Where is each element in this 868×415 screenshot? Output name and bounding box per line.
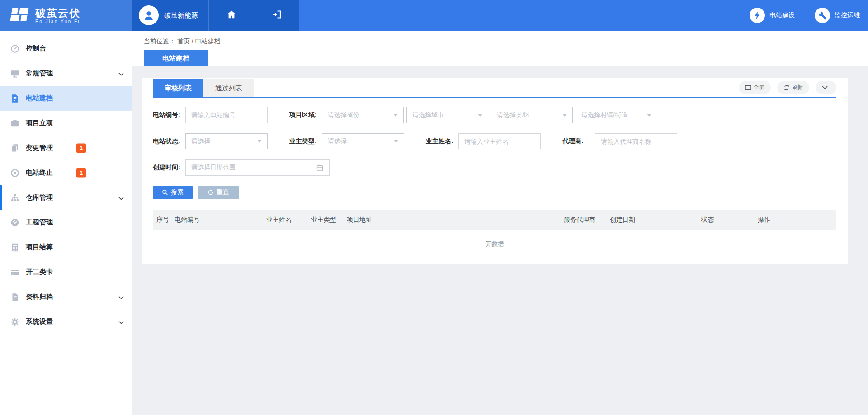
nav-station-build-label: 电站建设 <box>769 11 795 19</box>
caret-down-icon <box>257 140 262 143</box>
panel-tabs-row: 审核列表 通过列表 全屏 刷新 <box>153 80 836 98</box>
col-project-address: 项目地址 <box>347 216 564 224</box>
township-select[interactable]: 请选择村镇/街道 <box>576 107 657 123</box>
caret-down-icon <box>647 114 651 117</box>
agent-input[interactable] <box>595 133 677 149</box>
col-create-date: 创建日期 <box>610 216 701 224</box>
search-label: 搜索 <box>171 188 184 196</box>
col-owner-type: 业主类型 <box>311 216 347 224</box>
nav-station-build[interactable]: 电站建设 <box>750 8 795 23</box>
wrench-icon <box>815 8 830 23</box>
city-select[interactable]: 请选择城市 <box>406 107 488 123</box>
sitemap-icon <box>9 192 20 203</box>
fullscreen-button[interactable]: 全屏 <box>739 81 771 94</box>
sidebar-item-label: 开二类卡 <box>26 268 53 276</box>
station-no-input[interactable] <box>185 107 268 123</box>
chevron-down-icon <box>822 85 828 89</box>
logout-button[interactable] <box>254 0 299 31</box>
reset-button[interactable]: 重置 <box>198 186 239 199</box>
sidebar-item-project-settlement[interactable]: 项目结算 <box>0 235 132 260</box>
content-panel: 审核列表 通过列表 全屏 刷新 <box>142 78 848 264</box>
speedometer-icon <box>9 217 20 228</box>
station-status-select[interactable]: 请选择 <box>185 133 268 149</box>
sidebar-item-label: 仓库管理 <box>26 193 53 202</box>
sidebar: 控制台 常规管理 电站建档 项目立项 <box>0 31 132 415</box>
col-owner-name: 业主姓名 <box>266 216 311 224</box>
bank-card-icon <box>9 267 20 278</box>
brand-subtitle: Po Jian Yun Fu <box>35 19 82 24</box>
active-indicator-bar <box>0 185 2 210</box>
breadcrumb-prefix: 当前位置： <box>144 37 175 45</box>
chevron-down-icon <box>118 318 124 326</box>
province-select[interactable]: 请选择省份 <box>322 107 404 123</box>
notification-badge: 1 <box>76 168 86 177</box>
main-content: 当前位置： 首页 / 电站建档 电站建档 审核列表 通过列表 全屏 <box>132 31 868 415</box>
caret-down-icon <box>394 140 398 143</box>
tab-review-list[interactable]: 审核列表 <box>153 79 203 97</box>
date-range-input[interactable]: 请选择日期范围 <box>185 159 330 176</box>
refresh-button[interactable]: 刷新 <box>777 81 809 94</box>
brand-logo-icon <box>8 6 30 24</box>
page-tab-station-filing[interactable]: 电站建档 <box>144 50 208 66</box>
sidebar-item-label: 项目立项 <box>26 119 53 127</box>
sidebar-item-engineering-mgmt[interactable]: 工程管理 <box>0 210 132 235</box>
sidebar-item-change-mgmt[interactable]: 变更管理 1 <box>0 135 132 160</box>
sidebar-item-project-initiation[interactable]: 项目立项 <box>0 111 132 135</box>
breadcrumb: 当前位置： 首页 / 电站建档 <box>144 37 221 46</box>
chevron-down-icon <box>118 293 124 301</box>
col-service-agent: 服务代理商 <box>564 216 610 224</box>
breadcrumb-strip: 当前位置： 首页 / 电站建档 电站建档 <box>132 31 868 66</box>
reset-icon <box>208 189 214 196</box>
sidebar-item-general-mgmt[interactable]: 常规管理 <box>0 61 132 86</box>
sidebar-item-open-type2-card[interactable]: 开二类卡 <box>0 260 132 284</box>
sidebar-item-warehouse-mgmt[interactable]: 仓库管理 <box>0 185 132 210</box>
sidebar-item-label: 电站终止 <box>26 168 53 177</box>
user-menu[interactable]: 破茧新能源 <box>132 0 208 31</box>
filter-actions: 搜索 重置 <box>153 186 836 199</box>
user-name: 破茧新能源 <box>164 11 198 20</box>
sidebar-item-console[interactable]: 控制台 <box>0 36 132 61</box>
app-header: 破茧云伏 Po Jian Yun Fu 破茧新能源 电站建设 <box>0 0 868 31</box>
owner-type-label: 业主类型: <box>289 137 322 145</box>
nav-monitor-ops-label: 监控运维 <box>835 11 860 19</box>
sidebar-item-label: 控制台 <box>26 44 46 53</box>
sidebar-item-station-termination[interactable]: 电站终止 1 <box>0 160 132 185</box>
sidebar-item-label: 工程管理 <box>26 218 53 227</box>
brand-logo: 破茧云伏 Po Jian Yun Fu <box>0 0 132 31</box>
caret-down-icon <box>478 114 482 117</box>
sidebar-item-station-filing[interactable]: 电站建档 <box>0 86 132 111</box>
bolt-icon <box>750 8 765 23</box>
owner-type-select[interactable]: 请选择 <box>322 133 404 149</box>
table-header: 序号 电站编号 业主姓名 业主类型 项目地址 服务代理商 创建日期 状态 操作 <box>153 210 836 230</box>
dashboard-gauge-icon <box>9 43 20 54</box>
home-icon <box>226 9 237 22</box>
sidebar-item-archives[interactable]: 资料归档 <box>0 284 132 309</box>
fullscreen-label: 全屏 <box>754 84 764 91</box>
tab-passed-list[interactable]: 通过列表 <box>203 79 254 97</box>
nav-monitor-ops[interactable]: 监控运维 <box>815 8 860 23</box>
filter-row-1: 电站编号: 项目区域: 请选择省份 请选择城市 <box>153 107 836 123</box>
breadcrumb-path[interactable]: 首页 / 电站建档 <box>177 37 221 45</box>
header-nav: 电站建设 监控运维 <box>299 0 868 31</box>
col-station-no: 电站编号 <box>175 216 266 224</box>
create-time-label: 创建时间: <box>153 163 185 172</box>
caret-down-icon <box>562 114 567 117</box>
empty-state: 无数据 <box>153 230 836 264</box>
search-button[interactable]: 搜索 <box>153 186 193 199</box>
col-status: 状态 <box>701 216 758 224</box>
refresh-label: 刷新 <box>792 84 803 91</box>
sidebar-item-system-settings[interactable]: 系统设置 <box>0 309 132 334</box>
agent-label: 代理商: <box>562 137 595 145</box>
owner-name-input[interactable] <box>458 133 541 149</box>
district-select[interactable]: 请选择县/区 <box>491 107 573 123</box>
sidebar-item-label: 资料归档 <box>26 293 53 301</box>
sidebar-item-label: 电站建档 <box>26 94 53 103</box>
station-status-label: 电站状态: <box>153 137 185 145</box>
home-button[interactable] <box>208 0 254 31</box>
sidebar-item-label: 系统设置 <box>26 317 53 326</box>
brand-title: 破茧云伏 <box>35 7 82 19</box>
caret-down-icon <box>393 114 398 117</box>
collapse-button[interactable] <box>816 81 836 94</box>
monitor-icon <box>9 68 20 79</box>
calendar-icon <box>316 164 324 172</box>
